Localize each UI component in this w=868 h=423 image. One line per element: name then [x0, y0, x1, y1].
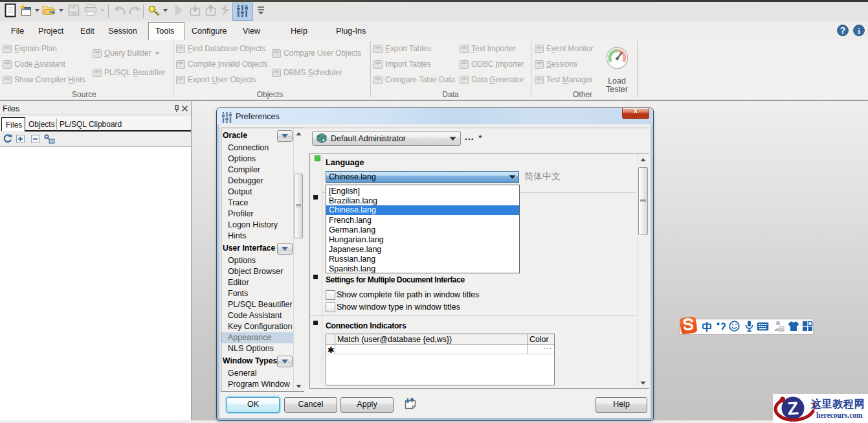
svg-text:?: ? [840, 25, 846, 36]
svg-text:Z: Z [786, 398, 799, 418]
svg-text:S: S [780, 327, 783, 331]
svg-text:i: i [858, 26, 860, 36]
